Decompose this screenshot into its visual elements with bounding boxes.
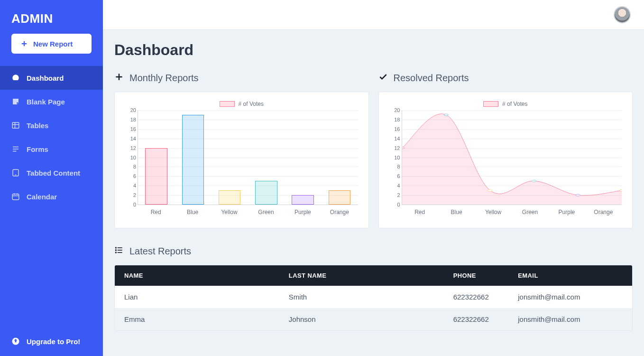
svg-point-7	[532, 180, 536, 182]
calendar-icon	[11, 192, 20, 201]
x-axis-label: Green	[512, 205, 548, 215]
x-axis-label: Yellow	[475, 205, 511, 215]
svg-point-10	[115, 247, 117, 248]
table-header: NAME LAST NAME PHONE EMAIL	[115, 265, 632, 286]
resolved-reports-chart: # of Votes02468101214161820RedBlueYellow…	[378, 92, 633, 228]
header-last: LAST NAME	[289, 272, 453, 279]
sidebar-item-calendar[interactable]: Calendar	[0, 185, 103, 208]
sidebar-item-label: Tabbed Content	[27, 169, 80, 177]
cell-phone: 622322662	[453, 315, 518, 323]
latest-reports-table: NAME LAST NAME PHONE EMAIL LianSmith6223…	[114, 265, 633, 331]
monthly-reports-label: Monthly Reports	[129, 73, 199, 84]
chart-legend: # of Votes	[121, 101, 362, 107]
bar	[219, 190, 240, 205]
upgrade-label: Upgrade to Pro!	[27, 337, 80, 346]
sidebar-item-tables[interactable]: Tables	[0, 113, 103, 137]
tablet-icon	[11, 169, 20, 177]
gauge-icon	[11, 74, 20, 82]
cell-name: Emma	[124, 315, 289, 323]
sidebar-item-tabbed-content[interactable]: Tabbed Content	[0, 161, 103, 185]
svg-rect-15	[118, 252, 122, 253]
monthly-reports-title: Monthly Reports	[114, 72, 369, 84]
brand-title: ADMIN	[0, 0, 103, 34]
header-name: NAME	[124, 272, 289, 279]
upgrade-icon	[11, 337, 20, 346]
sidebar: ADMIN New Report DashboardBlank PageTabl…	[0, 0, 103, 356]
cell-email: jonsmith@mail.com	[518, 315, 623, 323]
monthly-reports-chart: # of Votes02468101214161820RedBlueYellow…	[114, 92, 369, 228]
svg-rect-0	[12, 122, 19, 128]
bar	[145, 148, 167, 205]
svg-point-14	[115, 252, 117, 253]
new-report-button[interactable]: New Report	[11, 34, 92, 54]
x-axis-label: Red	[402, 205, 438, 215]
header-email: EMAIL	[518, 272, 623, 279]
cell-last: Johnson	[289, 315, 453, 323]
plus-icon	[114, 72, 124, 84]
x-axis-label: Purple	[548, 205, 585, 215]
bar	[182, 115, 204, 205]
legend-label: # of Votes	[239, 101, 264, 107]
x-axis-label: Blue	[438, 205, 475, 215]
cell-name: Lian	[124, 293, 289, 301]
check-icon	[378, 72, 388, 84]
latest-reports-label: Latest Reports	[129, 246, 191, 257]
x-axis-label: Blue	[174, 205, 211, 215]
list-icon	[11, 145, 20, 153]
sidebar-item-forms[interactable]: Forms	[0, 137, 103, 161]
table-icon	[11, 121, 20, 130]
x-axis-label: Yellow	[211, 205, 248, 215]
sidebar-item-label: Tables	[27, 122, 48, 130]
svg-rect-2	[12, 194, 19, 200]
cell-phone: 622322662	[453, 293, 518, 301]
svg-rect-13	[118, 250, 122, 251]
header-phone: PHONE	[453, 272, 518, 279]
svg-point-5	[444, 114, 448, 116]
bar	[329, 190, 350, 205]
table-row: LianSmith622322662jonsmith@mail.com	[115, 286, 632, 308]
sidebar-nav: DashboardBlank PageTablesFormsTabbed Con…	[0, 62, 103, 208]
table-row: EmmaJohnson622322662jonsmith@mail.com	[115, 308, 632, 330]
page-title: Dashboard	[114, 41, 633, 59]
topbar	[103, 0, 644, 30]
svg-point-12	[115, 249, 117, 251]
svg-rect-11	[118, 247, 122, 248]
sidebar-item-dashboard[interactable]: Dashboard	[0, 66, 103, 90]
upgrade-button[interactable]: Upgrade to Pro!	[0, 327, 103, 356]
sidebar-item-label: Calendar	[27, 193, 57, 201]
cell-last: Smith	[289, 293, 453, 301]
resolved-reports-title: Resolved Reports	[378, 72, 633, 84]
sidebar-item-label: Blank Page	[27, 98, 65, 106]
plus-icon	[20, 39, 28, 48]
avatar[interactable]	[614, 6, 631, 23]
sidebar-item-label: Forms	[27, 145, 48, 153]
x-axis-label: Green	[248, 205, 284, 215]
svg-point-4	[402, 147, 405, 149]
legend-swatch	[220, 101, 235, 107]
latest-reports-title: Latest Reports	[114, 245, 633, 257]
legend-label: # of Votes	[502, 101, 527, 107]
svg-point-8	[576, 194, 580, 196]
x-axis-label: Purple	[285, 205, 321, 215]
x-axis-label: Red	[138, 205, 174, 215]
sidebar-item-blank-page[interactable]: Blank Page	[0, 90, 103, 113]
cell-email: jonsmith@mail.com	[518, 293, 623, 301]
bar	[292, 195, 313, 205]
svg-point-9	[619, 189, 622, 191]
new-report-label: New Report	[33, 40, 73, 48]
bar	[255, 181, 277, 205]
chart-legend: # of Votes	[386, 101, 626, 107]
x-axis-label: Orange	[321, 205, 358, 215]
legend-swatch	[483, 101, 498, 107]
list-icon	[114, 245, 124, 257]
sticky-icon	[11, 97, 20, 106]
resolved-reports-label: Resolved Reports	[394, 73, 469, 84]
sidebar-item-label: Dashboard	[27, 74, 64, 82]
svg-point-6	[488, 189, 492, 191]
main-content: Dashboard Monthly Reports # of Votes0246…	[103, 30, 644, 356]
x-axis-label: Orange	[585, 205, 622, 215]
line-chart-svg	[402, 110, 622, 205]
